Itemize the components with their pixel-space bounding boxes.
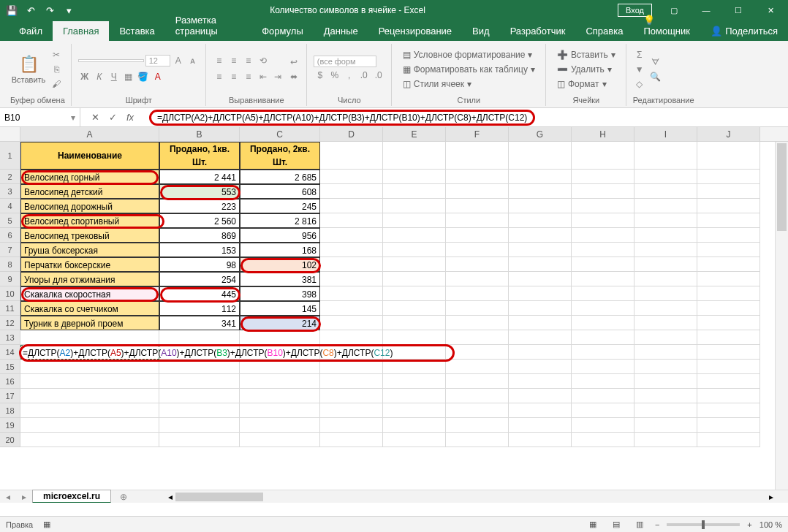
add-sheet-icon[interactable]: ⊕ [115,489,132,503]
cond-format-button[interactable]: ▤ Условное форматирование ▾ [398,48,539,61]
tab-layout[interactable]: Разметка страницы [165,10,251,41]
cell-h3[interactable] [572,184,634,199]
cell-a2[interactable]: Велосипед горный [20,170,159,184]
normal-view-icon[interactable]: ▦ [585,518,601,531]
cell-f16[interactable] [446,374,509,389]
row-header-3[interactable]: 3 [0,184,20,199]
cell-j5[interactable] [697,213,760,228]
cell-b12[interactable]: 341 [159,316,240,330]
cell-d6[interactable] [320,228,383,243]
cell-g4[interactable] [509,199,572,213]
cell-i17[interactable] [634,389,697,403]
tab-nav-prev-icon[interactable]: ◂ [0,492,16,502]
cell-j11[interactable] [697,301,760,316]
cell-j2[interactable] [697,170,760,184]
tab-home[interactable]: Главная [53,21,109,41]
cell-i15[interactable] [634,360,697,374]
sheet-tab[interactable]: microexcel.ru [32,490,111,503]
cell-e5[interactable] [383,213,446,228]
cell-f10[interactable] [446,286,509,301]
font-size-select[interactable]: 12 [145,55,170,66]
delete-cells-button[interactable]: ➖ Удалить ▾ [553,63,620,76]
cell-c7[interactable]: 168 [240,243,320,257]
cell-g16[interactable] [509,374,572,389]
tell-me[interactable]: 💡 Помощник [633,10,700,41]
cell-d19[interactable] [320,418,383,433]
font-name-select[interactable] [78,59,144,62]
cell-c6[interactable]: 956 [240,228,320,243]
cell-d13[interactable] [320,330,383,345]
cell-h6[interactable] [572,228,634,243]
cell-a4[interactable]: Велосипед дорожный [20,199,159,213]
formula-input[interactable]: =ДЛСТР(A2)+ДЛСТР(A5)+ДЛСТР(A10)+ДЛСТР(B3… [145,110,788,126]
cell-c11[interactable]: 145 [240,301,320,316]
cell-a7[interactable]: Груша боксерская [20,243,159,257]
cancel-formula-icon[interactable]: ✕ [86,110,104,126]
row-header-4[interactable]: 4 [0,199,20,213]
cell-g2[interactable] [509,170,572,184]
cell-e2[interactable] [383,170,446,184]
enter-formula-icon[interactable]: ✓ [104,110,121,126]
align-top-icon[interactable]: ≡ [213,54,226,67]
row-header-17[interactable]: 17 [0,389,20,403]
cell-d10[interactable] [320,286,383,301]
cell-h19[interactable] [572,418,634,433]
cell-d18[interactable] [320,403,383,418]
horizontal-scrollbar[interactable]: ◂ ▸ [154,492,788,502]
cell-g3[interactable] [509,184,572,199]
cell-i1[interactable] [634,142,697,170]
currency-icon[interactable]: $ [314,69,327,82]
row-header-7[interactable]: 7 [0,243,20,257]
cell-e18[interactable] [383,403,446,418]
undo-icon[interactable]: ↶ [22,1,39,19]
cell-g1[interactable] [509,142,572,170]
cell-d15[interactable] [320,360,383,374]
cell-h8[interactable] [572,257,634,272]
cell-f15[interactable] [446,360,509,374]
cell-g20[interactable] [509,433,572,447]
cell-e17[interactable] [383,389,446,403]
page-break-view-icon[interactable]: ▥ [632,518,648,531]
cell-c4[interactable]: 245 [240,199,320,213]
cell-i9[interactable] [634,272,697,286]
cell-b8[interactable]: 98 [159,257,240,272]
cell-g15[interactable] [509,360,572,374]
cell-j14[interactable] [697,345,760,360]
cell-b7[interactable]: 153 [159,243,240,257]
format-painter-icon[interactable]: 🖌 [50,77,63,91]
cell-j18[interactable] [697,403,760,418]
cell-f6[interactable] [446,228,509,243]
cell-d12[interactable] [320,316,383,330]
cell-c17[interactable] [240,389,320,403]
cell-f7[interactable] [446,243,509,257]
cell-c9[interactable]: 381 [240,272,320,286]
row-header-1[interactable]: 1 [0,142,20,170]
align-left-icon[interactable]: ≡ [213,70,226,83]
cell-e10[interactable] [383,286,446,301]
cell-j19[interactable] [697,418,760,433]
zoom-slider[interactable] [667,523,740,526]
fill-color-icon[interactable]: 🪣 [137,70,150,83]
row-header-6[interactable]: 6 [0,228,20,243]
cell-i4[interactable] [634,199,697,213]
horizontal-scroll-thumb[interactable] [175,493,263,501]
col-header-a[interactable]: A [20,127,159,141]
cell-e1[interactable] [383,142,446,170]
cell-d1[interactable] [320,142,383,170]
hscroll-right-icon[interactable]: ▸ [769,492,773,502]
cell-d7[interactable] [320,243,383,257]
col-header-f[interactable]: F [446,127,509,141]
align-center-icon[interactable]: ≡ [227,70,240,83]
cell-e16[interactable] [383,374,446,389]
cell-j6[interactable] [697,228,760,243]
cell-b4[interactable]: 223 [159,199,240,213]
tab-formulas[interactable]: Формулы [251,21,314,41]
cell-c12[interactable]: 214 [240,316,320,330]
cell-b13[interactable] [159,330,240,345]
tab-file[interactable]: Файл [9,21,53,41]
cell-b1[interactable]: Продано, 1кв.Шт. [159,142,240,170]
cell-a14[interactable]: =ДЛСТР(A2)+ДЛСТР(A5)+ДЛСТР(A10)+ДЛСТР(B3… [20,345,159,360]
cell-g19[interactable] [509,418,572,433]
row-header-5[interactable]: 5 [0,213,20,228]
cell-h20[interactable] [572,433,634,447]
